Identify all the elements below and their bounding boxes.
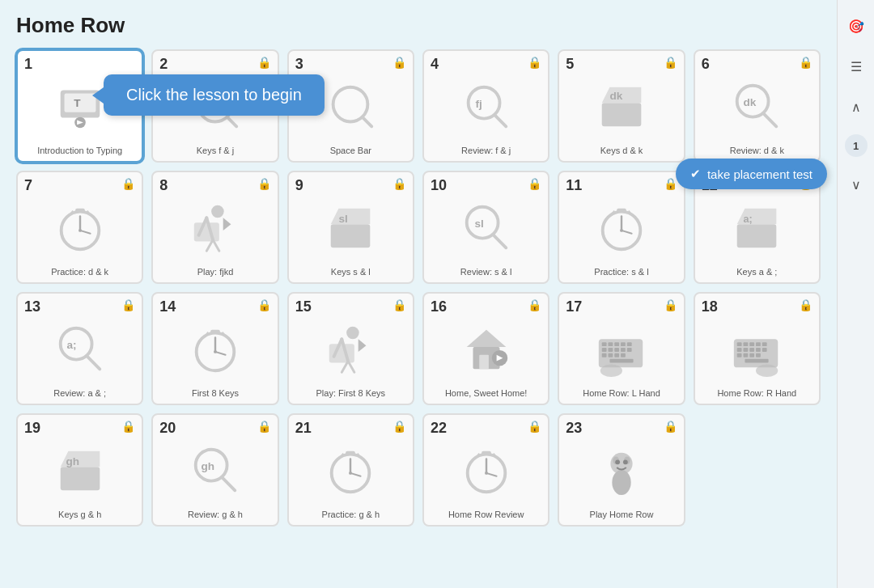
placement-label: take placement test <box>707 167 812 181</box>
svg-text:gh: gh <box>201 460 214 472</box>
svg-text:sl: sl <box>339 213 348 225</box>
lesson-card-10[interactable]: 10🔒 sl Review: s & l <box>422 171 549 284</box>
lesson-card-5[interactable]: 5🔒 dk Keys d & k <box>558 49 685 163</box>
svg-text:dk: dk <box>744 96 757 108</box>
lesson-label: Space Bar <box>330 145 371 156</box>
svg-line-119 <box>486 473 497 476</box>
lock-icon: 🔒 <box>799 298 812 311</box>
svg-rect-83 <box>621 353 626 357</box>
svg-line-41 <box>622 231 632 234</box>
svg-rect-97 <box>737 353 742 357</box>
lesson-icon <box>322 78 379 135</box>
chevron-down-icon[interactable]: ∨ <box>843 171 869 197</box>
lesson-icon <box>52 200 108 256</box>
lesson-label: Home, Sweet Home! <box>445 387 527 399</box>
chevron-up-icon[interactable]: ∧ <box>843 94 869 120</box>
svg-text:dk: dk <box>609 90 622 102</box>
lesson-label: Keys a & ; <box>736 266 777 277</box>
lesson-card-19[interactable]: 19🔒 gh Keys g & h <box>16 413 143 527</box>
lesson-card-6[interactable]: 6🔒 dk Review: d & k <box>694 49 821 163</box>
lesson-card-11[interactable]: 11🔒 Practice: s & l <box>558 171 685 284</box>
svg-rect-94 <box>750 348 755 352</box>
svg-rect-96 <box>762 348 767 352</box>
lesson-number: 4 <box>431 56 439 73</box>
svg-rect-89 <box>750 342 755 346</box>
lesson-number: 13 <box>24 298 40 315</box>
lesson-label: Play: fjkd <box>197 266 234 277</box>
lesson-label: Play Home Row <box>590 509 654 520</box>
lock-icon: 🔒 <box>392 298 406 311</box>
svg-rect-90 <box>756 342 761 346</box>
lesson-card-18[interactable]: 18🔒 Home Row: R Hand <box>694 292 821 405</box>
lesson-card-22[interactable]: 22🔒 Home Row Review <box>422 413 549 527</box>
lesson-number: 14 <box>159 298 176 315</box>
lock-icon: 🔒 <box>257 56 271 69</box>
lesson-label: Home Row: L Hand <box>583 387 660 399</box>
svg-text:a;: a; <box>66 339 76 351</box>
lesson-card-15[interactable]: 15🔒 Play: First 8 Keys <box>287 292 414 405</box>
lock-icon: 🔒 <box>528 56 541 69</box>
lesson-icon: dk <box>728 78 785 135</box>
lesson-number: 3 <box>295 56 303 73</box>
target-icon[interactable]: 🎯 <box>843 13 869 39</box>
svg-line-12 <box>494 116 506 127</box>
lesson-card-14[interactable]: 14🔒 First 8 Keys <box>151 292 278 405</box>
svg-line-7 <box>227 117 237 127</box>
svg-line-63 <box>342 362 349 373</box>
page-badge: 1 <box>845 134 868 157</box>
lesson-card-16[interactable]: 16🔒 Home, Sweet Home! <box>422 292 549 405</box>
svg-rect-71 <box>608 342 613 346</box>
menu-icon[interactable]: ☰ <box>843 53 869 79</box>
lock-icon: 🔒 <box>392 56 406 69</box>
lesson-number: 7 <box>24 177 32 194</box>
svg-line-54 <box>215 352 226 355</box>
lesson-card-17[interactable]: 17🔒 Home Row: L Hand <box>558 292 685 405</box>
lesson-icon <box>458 442 515 499</box>
svg-rect-91 <box>762 342 767 346</box>
lesson-card-7[interactable]: 7🔒 Practice: d & k <box>16 171 143 284</box>
lesson-icon: a; <box>728 200 785 256</box>
lesson-label: Review: a & ; <box>53 387 106 399</box>
svg-rect-99 <box>750 353 755 357</box>
lesson-card-4[interactable]: 4🔒 fj Review: f & j <box>422 49 549 163</box>
lock-icon: 🔒 <box>121 177 135 190</box>
lock-icon: 🔒 <box>257 420 271 433</box>
svg-point-126 <box>612 470 630 495</box>
svg-rect-98 <box>744 353 749 357</box>
lesson-card-8[interactable]: 8🔒 Play: fjkd <box>151 171 278 284</box>
svg-rect-23 <box>75 209 85 213</box>
lesson-number: 11 <box>566 177 582 194</box>
svg-text:gh: gh <box>66 455 79 467</box>
lock-icon: 🔒 <box>664 177 677 190</box>
lesson-card-13[interactable]: 13🔒 a; Review: a & ; <box>16 292 143 405</box>
lesson-label: Review: d & k <box>730 145 784 156</box>
lesson-icon <box>593 442 650 499</box>
lock-icon: 🔒 <box>392 177 406 190</box>
lesson-card-21[interactable]: 21🔒 Practice: g & h <box>287 413 414 527</box>
lesson-card-9[interactable]: 9🔒 sl Keys s & l <box>287 171 414 284</box>
lesson-card-20[interactable]: 20🔒 gh Review: g & h <box>151 413 278 527</box>
svg-text:fj: fj <box>475 98 482 110</box>
lesson-label: Keys g & h <box>58 509 101 520</box>
lesson-number: 8 <box>159 177 168 194</box>
svg-rect-82 <box>614 353 619 357</box>
lesson-number: 15 <box>295 298 312 315</box>
svg-rect-42 <box>617 209 626 213</box>
lessons-grid: 1 T Introduction to Typing2🔒 fj Keys f &… <box>16 49 821 527</box>
lesson-label: Practice: g & h <box>322 509 380 520</box>
svg-rect-66 <box>479 355 489 369</box>
callout-placement[interactable]: ✔ take placement test <box>676 159 827 189</box>
svg-point-102 <box>756 364 778 377</box>
svg-text:T: T <box>74 97 81 109</box>
svg-rect-72 <box>614 342 619 346</box>
svg-rect-120 <box>482 451 491 455</box>
lesson-label: Review: g & h <box>188 509 243 520</box>
lock-icon: 🔒 <box>257 177 271 190</box>
lesson-label: Keys s & l <box>331 266 371 277</box>
svg-line-30 <box>213 240 219 252</box>
svg-rect-55 <box>210 330 220 334</box>
lock-icon: 🔒 <box>121 298 135 311</box>
svg-rect-59 <box>329 344 354 362</box>
lesson-icon: gh <box>52 442 108 499</box>
lesson-card-23[interactable]: 23🔒 Play Home Row <box>558 413 685 527</box>
